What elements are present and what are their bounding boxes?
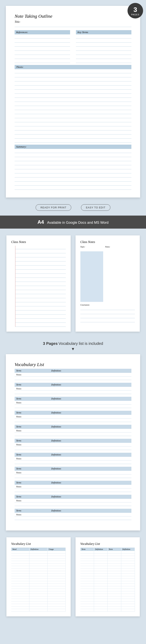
vthumb2-col2: Definition [94,548,108,551]
def-label: Definition: [50,453,131,457]
thumb-classnotes-1: Class Notes [7,236,71,332]
vocab-title: Vocabulary List [15,362,131,367]
thumb2-concl-lines [80,306,135,322]
thumb2-concl: Conclusion: [80,304,135,306]
format-bar: A4 Available in Google Docs and MS Word [0,216,146,228]
feature-pills: READY FOR PRINT EASY TO EDIT [0,198,146,216]
vthumb2-col1: Term [80,548,94,551]
keyterms-lines [76,35,131,63]
thumb2-dotted [105,251,135,302]
vocab-row: Term:Definition:Notes: [15,509,131,520]
term-label: Term: [15,397,50,401]
term-label: Term: [15,453,50,457]
vocab-row: Term:Definition:Notes: [15,383,131,394]
vocab-row: Term:Definition:Notes: [15,439,131,450]
keyterms-header: Key Terms [76,30,131,34]
page-title: Note Taking Outline [15,14,131,19]
mid-reg: Vocabulary list is included [59,341,103,346]
vocab-row: Term:Definition:Notes: [15,369,131,380]
term-label: Term: [15,495,50,499]
def-label: Definition: [50,467,131,471]
notes-label: Notes: [15,373,50,376]
def-label: Definition: [50,383,131,387]
term-label: Term: [15,411,50,415]
thumb-classnotes-2: Class Notes Topic: Notes: Conclusion: [76,236,140,332]
pill-print: READY FOR PRINT [36,204,71,211]
term-label: Term: [15,383,50,387]
vthumb1-title: Vocabulary List [11,542,66,546]
summary-header: Summary: [15,144,131,149]
vocab-row: Term:Definition:Notes: [15,425,131,436]
notes-label: Notes: [15,457,50,460]
thumb-vocab-1: Vocabulary List Word Definition Usage [7,537,71,616]
notes-label: Notes: [15,485,50,488]
vocab-row: Term:Definition:Notes: [15,411,131,422]
title-label: Title: [15,20,131,24]
def-label: Definition: [50,425,131,429]
thumb-vocab-2: Vocabulary List Term Definition Term Def… [76,537,140,616]
thumb2-topic: Topic: [80,246,103,248]
vthumb1-col1: Word [11,548,29,551]
vthumb2-col4: Definition [121,548,135,551]
vocab-row: Term:Definition:Notes: [15,481,131,492]
notes-label: Notes: [15,429,50,432]
page-note-outline: 3 PAGES Note Taking Outline Title: Refer… [6,6,140,198]
arrow-down-icon: ▼ [0,347,146,354]
notes-label: Notes: [15,443,50,446]
term-label: Term: [15,369,50,373]
format-size: A4 [37,219,44,225]
vthumb1-col2: Definition [29,548,48,551]
thumb2-topic-box [80,251,103,302]
def-label: Definition: [50,397,131,401]
vthumb2-title: Vocabulary List [80,542,135,546]
title-line [15,24,131,27]
references-header: References: [15,30,70,34]
thumb2-title: Class Notes [80,240,135,244]
badge-number: 3 [133,6,137,14]
def-label: Definition: [50,369,131,373]
pill-edit: EASY TO EDIT [81,204,110,211]
notes-label: Notes: [15,471,50,474]
term-label: Term: [15,509,50,513]
notes-label: Notes: [15,387,50,390]
notes-label: Notes: [15,415,50,418]
thesis-lines [15,70,131,143]
thumb1-title: Class Notes [11,240,66,244]
vocab-row: Term:Definition:Notes: [15,495,131,506]
term-label: Term: [15,425,50,429]
pages-badge: 3 PAGES [127,3,143,18]
def-label: Definition: [50,481,131,485]
mid-bold: 3 Pages [43,341,58,346]
term-label: Term: [15,467,50,471]
thesis-header: Thesis: [15,65,131,69]
thumb2-notes: Notes: [105,246,135,248]
notes-label: Notes: [15,499,50,502]
thumb1-lines [15,246,66,327]
vocab-row: Term:Definition:Notes: [15,453,131,464]
vthumb2-col3: Term [108,548,121,551]
def-label: Definition: [50,509,131,513]
vocab-thumbs: Vocabulary List Word Definition Usage Vo… [0,530,146,623]
page-vocab: Vocabulary List Term:Definition:Notes:Te… [6,354,140,530]
references-lines [15,35,70,63]
vocab-row: Term:Definition:Notes: [15,397,131,408]
notes-label: Notes: [15,513,50,516]
format-apps: Available in Google Docs and MS Word [47,221,109,224]
badge-text: PAGES [131,14,139,16]
def-label: Definition: [50,439,131,443]
term-label: Term: [15,481,50,485]
summary-lines [15,150,131,190]
def-label: Definition: [50,411,131,415]
vthumb1-col3: Usage [48,548,66,551]
notes-label: Notes: [15,401,50,404]
term-label: Term: [15,439,50,443]
vocab-row: Term:Definition:Notes: [15,467,131,478]
mid-text: 3 Pages Vocabulary list is included [0,338,146,347]
def-label: Definition: [50,495,131,499]
class-notes-thumbs: Class Notes Class Notes Topic: Notes: Co… [0,228,146,338]
